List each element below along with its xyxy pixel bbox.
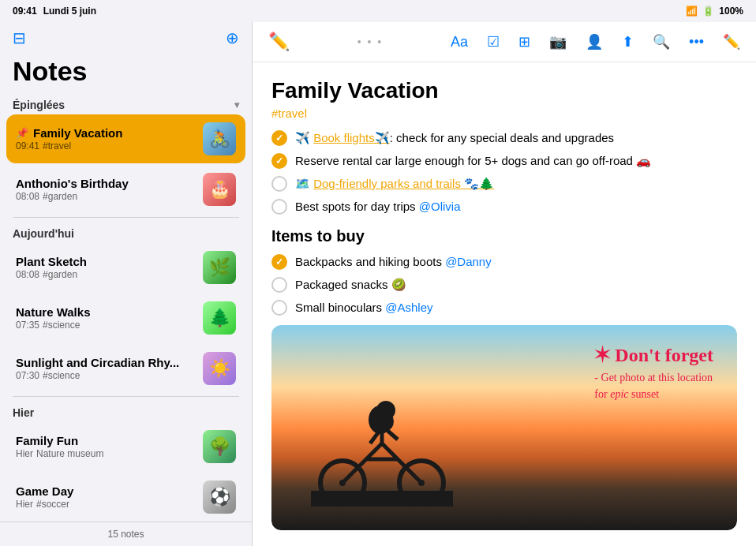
handwriting-line1: ✶ Don't forget [594,344,713,366]
checklist-item-daytrips: Best spots for day trips @Olivia [271,198,737,215]
link-book-flights[interactable]: Book flights✈️ [313,131,390,144]
sidebar-toolbar: ⊟ ⊕ [0,22,252,54]
note-item-plant-sketch[interactable]: Plant Sketch 08:08 #garden 🌿 [6,243,245,292]
note-body: Family Vacation #travel ✈️ Book flights✈… [253,62,756,546]
section-divider [13,217,239,218]
section-yesterday-label: Hier [13,406,34,419]
sidebar-toggle-button[interactable]: ⊟ [9,25,29,50]
checklist-button[interactable]: ☑ [484,30,503,54]
note-tag: Nature museum [36,448,103,459]
note-meta: Hier Nature museum [16,448,196,459]
section-items-to-buy: Items to buy [271,227,737,245]
more-button[interactable]: ••• [686,31,707,54]
note-item-family-vacation[interactable]: 📌 Family Vacation 09:41 #travel 🚴 [6,114,245,163]
more-options-button[interactable]: ⊕ [223,25,242,50]
table-button[interactable]: ⊞ [515,30,533,54]
note-meta: Hier #soccer [16,499,196,510]
checklist-item-binoculars: Small binoculars @Ashley [271,299,737,316]
checkbox-snacks[interactable] [271,277,287,293]
main-content: ✏️ • • • Aa ☑ ⊞ 📷 👤 ⬆ 🔍 ••• ✏️ Family Va… [253,22,756,546]
link-dog-parks[interactable]: Dog-friendly parks and trails 🐾🌲 [313,177,494,190]
note-hashtag: #travel [271,107,737,120]
checklist-text-flights: ✈️ Book flights✈️: check for any special… [295,129,737,146]
status-bar-right: 📶 🔋 100% [686,6,743,17]
font-button[interactable]: Aa [447,31,471,54]
back-button[interactable]: ✏️ [265,28,293,55]
note-title: Anthonio's Birthday [16,177,196,190]
compose-button[interactable]: ✏️ [720,30,743,54]
sidebar: ⊟ ⊕ Notes Épinglées ▾ 📌 Family Vacation … [0,22,253,546]
note-time: 08:08 [16,269,39,280]
note-tag: #garden [43,191,77,202]
note-title: 📌 Family Vacation [16,126,196,140]
checkbox-flights[interactable] [271,130,287,146]
checkbox-daytrips[interactable] [271,199,287,215]
checkbox-parks[interactable] [271,176,287,192]
note-time: 07:30 [16,370,39,381]
note-item-anthonios-birthday[interactable]: Anthonio's Birthday 08:08 #garden 🎂 [6,165,245,214]
section-divider [13,396,239,397]
checklist-text-parks: 🗺️ Dog-friendly parks and trails 🐾🌲 [295,175,737,192]
note-thumbnail: ☀️ [203,352,236,385]
status-date: Lundi 5 juin [43,6,96,17]
checklist-item-parks: 🗺️ Dog-friendly parks and trails 🐾🌲 [271,175,737,192]
section-pinned-label: Épinglées [13,99,65,111]
checklist-text-rental: Reserve rental car large enough for 5+ d… [295,152,737,169]
sidebar-footer: 15 notes [0,522,252,546]
handwriting-overlay: ✶ Don't forget - Get photo at this locat… [594,344,713,402]
checklist-item-backpacks: Backpacks and hiking boots @Danny [271,253,737,270]
mention-ashley: @Ashley [385,301,432,314]
note-item-content: Game Day Hier #soccer [16,484,196,510]
note-item-content: Anthonio's Birthday 08:08 #garden [16,177,196,202]
checklist-item-rental: Reserve rental car large enough for 5+ d… [271,152,737,169]
section-today-header: Aujourd'hui [6,221,245,243]
note-time: 09:41 [16,140,39,151]
note-meta: 07:35 #science [16,320,196,331]
note-tag: #science [43,320,80,331]
checkbox-rental[interactable] [271,153,287,169]
note-item-game-day[interactable]: Game Day Hier #soccer ⚽ [6,473,245,522]
note-tag: #science [43,370,80,381]
section-pinned-header: Épinglées ▾ [6,92,245,114]
note-meta: 09:41 #travel [16,140,196,151]
checkbox-binoculars[interactable] [271,300,287,316]
note-meta: 08:08 #garden [16,191,196,202]
note-title: Game Day [16,484,196,498]
note-item-sunlight[interactable]: Sunlight and Circadian Rhy... 07:30 #sci… [6,344,245,393]
note-time: 07:35 [16,320,39,331]
checklist-text-backpacks: Backpacks and hiking boots @Danny [295,253,737,270]
note-item-content: 📌 Family Vacation 09:41 #travel [16,126,196,151]
share-button[interactable]: ⬆ [619,30,637,54]
note-item-nature-walks[interactable]: Nature Walks 07:35 #science 🌲 [6,294,245,342]
mention-danny: @Danny [445,255,492,268]
section-today-label: Aujourd'hui [13,227,74,240]
note-tag: #soccer [36,499,69,510]
note-thumbnail: ⚽ [203,481,236,514]
sidebar-title: Notes [0,54,252,92]
notes-count: 15 notes [107,529,144,540]
checkbox-backpacks[interactable] [271,254,287,270]
note-thumbnail: 🌳 [203,430,236,463]
note-time: Hier [16,448,33,459]
image-background: ✶ Don't forget - Get photo at this locat… [271,325,737,530]
checklist-item-flights: ✈️ Book flights✈️: check for any special… [271,129,737,146]
note-item-content: Family Fun Hier Nature museum [16,434,196,459]
toolbar-right: Aa ☑ ⊞ 📷 👤 ⬆ 🔍 ••• ✏️ [447,30,743,54]
note-item-content: Plant Sketch 08:08 #garden [16,255,196,280]
note-meta: 07:30 #science [16,370,196,381]
status-bar: 09:41 Lundi 5 juin 📶 🔋 100% [0,0,756,22]
svg-point-13 [369,406,392,434]
camera-button[interactable]: 📷 [546,30,570,54]
note-time: 08:08 [16,191,39,202]
note-title: Family Fun [16,434,196,447]
note-tag: #garden [43,269,77,280]
search-button[interactable]: 🔍 [649,30,673,54]
handwriting-line2: - Get photo at this locationfor epic sun… [594,369,713,402]
toolbar-dots: • • • [357,36,383,48]
pinned-icon: 📌 [16,127,28,139]
person-button[interactable]: 👤 [582,30,606,54]
cyclist-svg [311,388,453,507]
checklist-text-daytrips: Best spots for day trips @Olivia [295,198,737,215]
wifi-icon: 📶 [686,6,698,17]
note-item-family-fun[interactable]: Family Fun Hier Nature museum 🌳 [6,422,245,471]
